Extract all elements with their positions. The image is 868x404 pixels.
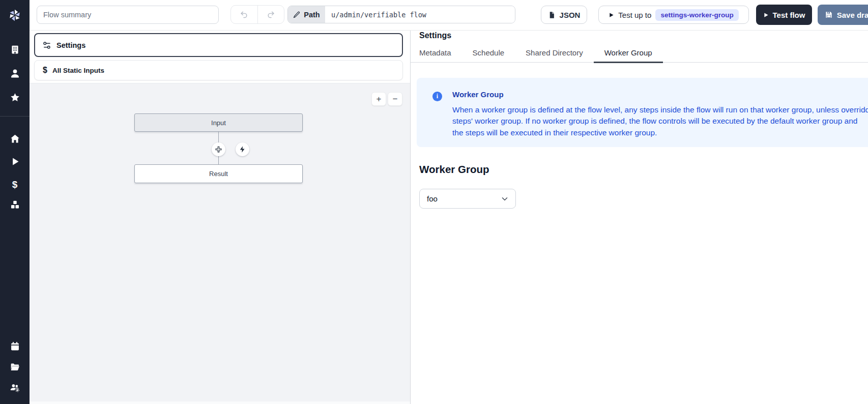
result-node[interactable]: Result bbox=[134, 164, 303, 183]
save-draft-button[interactable]: Save draft bbox=[818, 5, 868, 25]
file-json-icon bbox=[548, 11, 556, 19]
zoom-in-button[interactable]: + bbox=[371, 92, 386, 106]
redo-icon bbox=[267, 10, 275, 19]
tab-worker-group[interactable]: Worker Group bbox=[594, 44, 663, 63]
play-icon[interactable] bbox=[9, 155, 21, 167]
test-flow-label: Test flow bbox=[773, 11, 805, 19]
input-node[interactable]: Input bbox=[134, 113, 303, 132]
folder-icon[interactable] bbox=[9, 361, 21, 373]
calendar-icon[interactable] bbox=[9, 340, 21, 352]
tab-shared-directory[interactable]: Shared Directory bbox=[515, 44, 594, 63]
boxes-icon[interactable] bbox=[9, 198, 21, 211]
result-node-label: Result bbox=[209, 170, 228, 178]
windmill-logo-icon[interactable] bbox=[7, 7, 23, 23]
save-icon bbox=[825, 11, 833, 19]
horizontal-scrollbar[interactable] bbox=[30, 401, 410, 404]
settings-panel: Settings Metadata Schedule Shared Direct… bbox=[410, 31, 868, 404]
topbar: Path JSON Test up to settings-worker-gro… bbox=[30, 0, 868, 31]
worker-group-select[interactable]: foo bbox=[419, 189, 516, 209]
tab-schedule[interactable]: Schedule bbox=[462, 44, 515, 63]
flow-graph-canvas[interactable]: + − Input Result bbox=[30, 83, 410, 404]
json-button-label: JSON bbox=[560, 11, 581, 19]
add-step-button[interactable] bbox=[212, 142, 225, 156]
sliders-icon bbox=[42, 41, 51, 50]
sidebar: $ bbox=[0, 0, 30, 404]
path-input[interactable] bbox=[325, 6, 515, 23]
windmill-flow-editor: $ Path bbox=[0, 0, 868, 404]
pencil-icon bbox=[293, 11, 300, 18]
all-static-inputs-label: All Static Inputs bbox=[52, 67, 104, 74]
play-icon bbox=[609, 12, 614, 18]
test-up-to-label: Test up to bbox=[618, 11, 651, 19]
chevron-down-icon bbox=[500, 194, 509, 204]
redo-button[interactable] bbox=[257, 6, 284, 23]
user-icon[interactable] bbox=[9, 67, 21, 79]
sidebar-divider bbox=[0, 116, 30, 117]
worker-group-info-box: i Worker Group When a worker group is de… bbox=[417, 78, 868, 147]
flow-panel: Settings $ All Static Inputs + − Input R… bbox=[30, 31, 410, 404]
all-static-inputs-item[interactable]: $ All Static Inputs bbox=[34, 60, 403, 80]
test-flow-button[interactable]: Test flow bbox=[756, 5, 812, 25]
plus-cross-icon bbox=[215, 146, 222, 153]
building-icon[interactable] bbox=[9, 43, 21, 55]
flow-settings-item[interactable]: Settings bbox=[34, 33, 403, 57]
save-draft-label: Save draft bbox=[837, 11, 868, 19]
flow-summary-input[interactable] bbox=[37, 6, 219, 24]
undo-redo-group bbox=[230, 5, 284, 24]
worker-group-section-title: Worker Group bbox=[419, 163, 489, 176]
star-icon[interactable] bbox=[9, 91, 21, 103]
dollar-icon[interactable]: $ bbox=[9, 178, 21, 190]
path-label: Path bbox=[304, 11, 320, 19]
play-icon bbox=[763, 12, 769, 18]
info-line: When a worker group is defined at the fl… bbox=[452, 104, 868, 116]
settings-panel-title: Settings bbox=[419, 31, 451, 40]
info-box-title: Worker Group bbox=[452, 90, 504, 99]
bolt-icon bbox=[239, 146, 246, 153]
undo-icon bbox=[240, 10, 248, 19]
info-icon: i bbox=[432, 92, 442, 101]
settings-tabs: Metadata Schedule Shared Directory Worke… bbox=[411, 44, 868, 63]
undo-button[interactable] bbox=[231, 6, 257, 23]
info-box-text: When a worker group is defined at the fl… bbox=[452, 104, 868, 138]
trigger-button[interactable] bbox=[236, 142, 249, 156]
worker-group-selected-value: foo bbox=[427, 194, 438, 203]
test-up-to-step-badge: settings-worker-group bbox=[655, 9, 738, 21]
test-up-to-button[interactable]: Test up to settings-worker-group bbox=[598, 6, 749, 24]
input-node-label: Input bbox=[211, 119, 226, 127]
json-button[interactable]: JSON bbox=[541, 6, 587, 24]
info-line: the steps will be executed in their resp… bbox=[452, 127, 868, 138]
path-edit-button[interactable]: Path bbox=[288, 6, 325, 23]
path-group: Path bbox=[287, 6, 515, 23]
flow-settings-label: Settings bbox=[56, 41, 85, 49]
home-icon[interactable] bbox=[9, 132, 21, 145]
zoom-out-button[interactable]: − bbox=[388, 92, 402, 106]
users-gear-icon[interactable] bbox=[9, 382, 21, 394]
info-line: steps' worker group. If no worker group … bbox=[452, 116, 868, 127]
dollar-icon: $ bbox=[43, 66, 47, 75]
tab-metadata[interactable]: Metadata bbox=[419, 44, 462, 63]
